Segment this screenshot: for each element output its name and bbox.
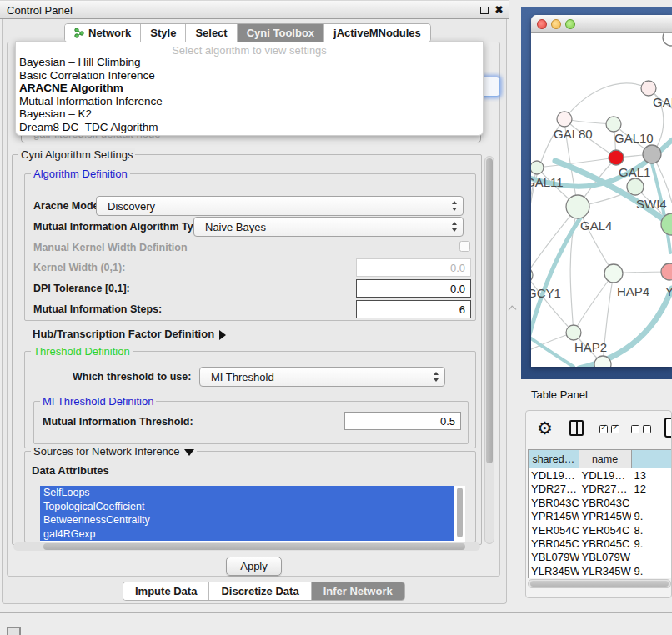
table-row[interactable]: YDR27…YDR27…12 xyxy=(529,482,672,495)
tab-select[interactable]: Select xyxy=(186,24,237,42)
column-header[interactable]: shared… xyxy=(529,450,579,468)
data-attribute-item[interactable]: TopologicalCoefficient xyxy=(40,500,454,514)
zoom-traffic-light-icon[interactable] xyxy=(565,19,575,29)
network-node-gal80[interactable] xyxy=(557,112,572,127)
network-node-y[interactable] xyxy=(661,263,672,280)
table-row[interactable]: YBR045CYBR045C9. xyxy=(529,537,672,550)
splitter-handle[interactable] xyxy=(509,306,517,314)
settings-scrollbar-thumb[interactable] xyxy=(486,158,493,463)
checkbox-unchecked-icon[interactable] xyxy=(643,425,651,433)
tab-cyni-toolbox[interactable]: Cyni Toolbox xyxy=(238,24,324,42)
checkbox-checked-icon[interactable]: ✓ xyxy=(599,425,608,433)
node-label: Y xyxy=(665,284,672,298)
stepper-icon xyxy=(433,371,440,382)
network-node-gal11[interactable] xyxy=(531,161,544,174)
aracne-mode-value: Discovery xyxy=(108,200,155,212)
mi-threshold-field[interactable]: 0.5 xyxy=(344,412,461,430)
table-cell: 9. xyxy=(631,564,672,578)
minimize-traffic-light-icon[interactable] xyxy=(551,19,561,29)
app-screen: Control Panel ✖ Network Style Select Cyn… xyxy=(0,0,672,635)
network-node-gal10[interactable] xyxy=(606,117,621,132)
hub-definition-expander[interactable]: Hub/Transcription Factor Definition xyxy=(33,328,226,340)
table-cell: YBR045C xyxy=(579,537,632,550)
tab-network-label: Network xyxy=(88,27,131,39)
network-node-gal4[interactable] xyxy=(566,195,589,218)
document-icon[interactable] xyxy=(664,418,672,438)
minimized-panel-icon[interactable] xyxy=(7,627,21,635)
close-icon[interactable]: ✖ xyxy=(494,3,504,16)
table-row[interactable]: YLR345WYLR345W9. xyxy=(529,564,672,578)
network-node-gal1[interactable] xyxy=(609,150,624,165)
manual-kernel-checkbox[interactable] xyxy=(459,241,470,252)
network-node[interactable] xyxy=(643,145,661,163)
table-row[interactable]: YBL079WYBL079W xyxy=(529,550,672,563)
table-row[interactable]: YER054CYER054C8. xyxy=(529,523,672,537)
attributes-scrollbar[interactable] xyxy=(457,488,463,538)
tab-style[interactable]: Style xyxy=(141,24,186,42)
algorithm-option[interactable]: ARACNE Algorithm xyxy=(16,82,483,95)
node-table-header: shared…name xyxy=(529,450,672,468)
network-graph: GALGAL80GAL10GAL1GAL11SWI4GAL4GCY1HAP4YH… xyxy=(531,33,672,367)
table-row[interactable]: YIL052CYIL052C9 xyxy=(529,578,672,578)
checkbox-checked-icon[interactable]: ✓ xyxy=(611,425,619,433)
network-edge[interactable] xyxy=(574,273,614,332)
sources-title[interactable]: Sources for Network Inference xyxy=(31,445,197,458)
gear-icon[interactable]: ⚙ xyxy=(537,419,553,437)
float-window-icon[interactable] xyxy=(480,7,489,14)
tab-jactivemnodules[interactable]: jActiveMNodules xyxy=(324,24,430,42)
network-edge[interactable] xyxy=(579,288,672,367)
control-panel-title: Control Panel xyxy=(7,4,73,17)
data-attribute-item[interactable]: BetweennessCentrality xyxy=(40,513,454,528)
network-edge[interactable] xyxy=(537,158,616,168)
aracne-mode-combobox[interactable]: Discovery xyxy=(96,196,464,216)
column-header[interactable]: name xyxy=(579,450,632,468)
tab-infer-network[interactable]: Infer Network xyxy=(312,582,404,600)
network-node-swi4[interactable] xyxy=(627,178,644,195)
network-window: GALGAL80GAL10GAL1GAL11SWI4GAL4GCY1HAP4YH… xyxy=(531,15,672,367)
apply-button[interactable]: Apply xyxy=(226,557,282,576)
mi-type-combobox[interactable]: Naive Bayes xyxy=(193,217,464,237)
tab-discretize-data[interactable]: Discretize Data xyxy=(209,582,311,600)
algorithm-option[interactable]: Bayesian – K2 xyxy=(16,108,483,121)
tab-jactivemnodules-label: jActiveMNodules xyxy=(333,27,421,39)
kernel-width-field[interactable]: 0.0 xyxy=(356,258,471,277)
network-node-hap4[interactable] xyxy=(604,264,623,282)
checkbox-unchecked-icon[interactable] xyxy=(631,425,639,433)
table-row[interactable]: YDL19…YDL19…13 xyxy=(529,468,672,482)
which-threshold-combobox[interactable]: MI Threshold xyxy=(199,367,445,387)
settings-hscrollbar-thumb[interactable] xyxy=(43,543,465,550)
network-node-hap2[interactable] xyxy=(566,325,581,340)
mi-steps-field[interactable]: 6 xyxy=(356,300,471,318)
network-canvas[interactable]: GALGAL80GAL10GAL1GAL11SWI4GAL4GCY1HAP4YH… xyxy=(531,33,672,367)
table-row[interactable]: YBR043CYBR043C xyxy=(529,496,672,509)
close-traffic-light-icon[interactable] xyxy=(537,19,547,29)
table-row[interactable]: YPR145WYPR145W9. xyxy=(529,509,672,522)
algorithm-option[interactable]: Mutual Information Inference xyxy=(16,95,483,108)
dpi-tolerance-field[interactable]: 0.0 xyxy=(356,279,471,298)
table-hscrollbar[interactable] xyxy=(528,579,671,588)
stepper-icon xyxy=(451,221,459,232)
kernel-width-label: Kernel Width (0,1): xyxy=(33,262,125,273)
network-node[interactable] xyxy=(663,33,672,46)
table-toolbar: ⚙ ✓ ✓ xyxy=(526,411,671,448)
algorithm-option[interactable]: Bayesian – Hill Climbing xyxy=(16,56,483,69)
algorithm-option[interactable]: Basic Correlation Inference xyxy=(16,69,483,82)
tab-impute-data[interactable]: Impute Data xyxy=(123,582,209,600)
table-hscrollbar-thumb[interactable] xyxy=(530,581,669,587)
network-node-gal[interactable] xyxy=(641,81,656,96)
mi-type-value: Naive Bayes xyxy=(205,221,266,233)
settings-scrollbar[interactable] xyxy=(484,156,494,544)
data-attribute-item[interactable]: gal4RGexp xyxy=(40,528,454,542)
threshold-definition-title: Threshold Definition xyxy=(31,345,133,358)
network-window-titlebar[interactable] xyxy=(531,15,672,33)
algorithm-option[interactable]: Dream8 DC_TDC Algorithm xyxy=(16,121,483,134)
network-node-gcy1[interactable] xyxy=(531,268,533,282)
network-edge[interactable] xyxy=(564,83,649,119)
settings-hscrollbar[interactable] xyxy=(13,542,480,551)
node-label: GAL4 xyxy=(580,218,612,232)
column-header[interactable] xyxy=(632,450,672,468)
table-cell: YDL19… xyxy=(529,468,579,482)
tab-network[interactable]: Network xyxy=(65,24,141,42)
data-attribute-item[interactable]: SelfLoops xyxy=(40,486,454,500)
split-columns-icon[interactable] xyxy=(569,420,584,436)
